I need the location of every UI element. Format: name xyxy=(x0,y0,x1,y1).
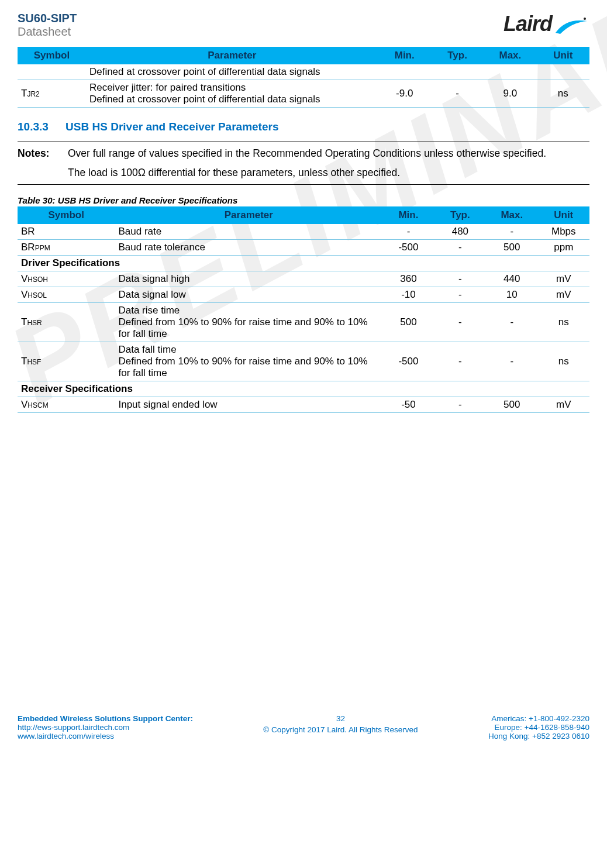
table-row: BRBaud rate-480-Mbps xyxy=(18,224,589,240)
table-row: Defined at crossover point of differenti… xyxy=(18,64,589,80)
cell-typ: 480 xyxy=(434,224,486,240)
laird-logo: Laird xyxy=(503,12,589,36)
th-unit: Unit xyxy=(537,47,589,64)
cell-param: Receiver jitter: for paired transitions … xyxy=(86,80,378,108)
th-parameter: Parameter xyxy=(86,47,378,64)
table-row: THSFData fall time Defined from 10% to 9… xyxy=(18,342,589,381)
table2-caption: Table 30: USB HS Driver and Receiver Spe… xyxy=(18,195,589,205)
cell-max: 9.0 xyxy=(484,80,536,108)
th-max: Max. xyxy=(484,47,536,64)
cell-symbol: THSF xyxy=(18,342,115,381)
cell-param: Baud rate tolerance xyxy=(115,240,382,256)
table-row: VHSOHData signal high360-440mV xyxy=(18,271,589,287)
cell-max: 10 xyxy=(486,287,537,303)
section-row-label: Driver Specifications xyxy=(18,256,589,271)
spec-table-1: Symbol Parameter Min. Typ. Max. Unit Def… xyxy=(18,47,589,108)
cell-symbol-sub: JR2 xyxy=(27,90,39,98)
cell-max: 440 xyxy=(486,271,537,287)
table-row: VHSOLData signal low-10-10mV xyxy=(18,287,589,303)
section-number: 10.3.3 xyxy=(18,120,49,133)
cell-max: - xyxy=(486,303,537,342)
notes-p1: Over full range of values specified in t… xyxy=(68,147,546,160)
cell-min: -500 xyxy=(382,342,434,381)
th-typ: Typ. xyxy=(434,206,486,224)
cell-typ: - xyxy=(434,240,486,256)
cell-max: - xyxy=(486,224,537,240)
spec-table-2: Symbol Parameter Min. Typ. Max. Unit BRB… xyxy=(18,206,589,413)
cell-param: Input signal ended low xyxy=(115,397,382,413)
cell-unit: ppm xyxy=(538,240,589,256)
table-row: Driver Specifications xyxy=(18,256,589,271)
cell-typ: - xyxy=(431,80,484,108)
cell-symbol: BR xyxy=(18,224,115,240)
th-symbol: Symbol xyxy=(18,47,86,64)
table-row: TJR2 Receiver jitter: for paired transit… xyxy=(18,80,589,108)
notes-label: Notes: xyxy=(18,147,68,179)
th-typ: Typ. xyxy=(431,47,484,64)
cell-param: Defined at crossover point of differenti… xyxy=(86,64,378,80)
page-header: SU60-SIPT Datasheet Laird xyxy=(18,12,589,39)
section-heading: 10.3.3 USB HS Driver and Receiver Parame… xyxy=(18,120,589,133)
table-row: BRPPMBaud rate tolerance-500-500ppm xyxy=(18,240,589,256)
cell-min: -500 xyxy=(382,240,434,256)
cell-typ: - xyxy=(434,303,486,342)
cell-unit: ns xyxy=(538,303,589,342)
logo-text: Laird xyxy=(503,12,552,36)
cell-unit: ns xyxy=(538,342,589,381)
th-symbol: Symbol xyxy=(18,206,115,224)
cell-symbol: VHSCM xyxy=(18,397,115,413)
cell-unit: ns xyxy=(537,80,589,108)
notes-p2: The load is 100Ω differential for these … xyxy=(68,167,546,179)
svg-point-0 xyxy=(584,18,586,20)
th-unit: Unit xyxy=(538,206,589,224)
cell-min: - xyxy=(382,224,434,240)
cell-typ: - xyxy=(434,342,486,381)
cell-param: Data rise time Defined from 10% to 90% f… xyxy=(115,303,382,342)
cell-symbol: BRPPM xyxy=(18,240,115,256)
section-row-label: Receiver Specifications xyxy=(18,381,589,397)
table-row: THSRData rise time Defined from 10% to 9… xyxy=(18,303,589,342)
cell-param: Data fall time Defined from 10% to 90% f… xyxy=(115,342,382,381)
cell-max: 500 xyxy=(486,397,537,413)
cell-unit: mV xyxy=(538,271,589,287)
cell-unit: mV xyxy=(538,287,589,303)
cell-param: Data signal high xyxy=(115,271,382,287)
table-row: Receiver Specifications xyxy=(18,381,589,397)
cell-symbol: VHSOL xyxy=(18,287,115,303)
cell-symbol: VHSOH xyxy=(18,271,115,287)
th-parameter: Parameter xyxy=(115,206,382,224)
cell-param: Data signal low xyxy=(115,287,382,303)
th-min: Min. xyxy=(378,47,431,64)
cell-symbol: T xyxy=(21,88,27,99)
section-title: USB HS Driver and Receiver Parameters xyxy=(65,120,278,133)
table-row: VHSCMInput signal ended low-50-500mV xyxy=(18,397,589,413)
cell-symbol: THSR xyxy=(18,303,115,342)
cell-unit: mV xyxy=(538,397,589,413)
cell-typ: - xyxy=(434,271,486,287)
doc-subtitle: Datasheet xyxy=(18,25,77,39)
logo-swoosh-icon xyxy=(554,16,589,32)
cell-min: -10 xyxy=(382,287,434,303)
cell-param: Baud rate xyxy=(115,224,382,240)
cell-max: 500 xyxy=(486,240,537,256)
doc-title: SU60-SIPT xyxy=(18,12,77,25)
cell-typ: - xyxy=(434,287,486,303)
cell-typ: - xyxy=(434,397,486,413)
cell-min: -9.0 xyxy=(378,80,431,108)
th-max: Max. xyxy=(486,206,537,224)
cell-min: 500 xyxy=(382,303,434,342)
cell-min: 360 xyxy=(382,271,434,287)
cell-unit: Mbps xyxy=(538,224,589,240)
cell-min: -50 xyxy=(382,397,434,413)
th-min: Min. xyxy=(382,206,434,224)
cell-max: - xyxy=(486,342,537,381)
notes-block: Notes: Over full range of values specifi… xyxy=(18,142,589,185)
